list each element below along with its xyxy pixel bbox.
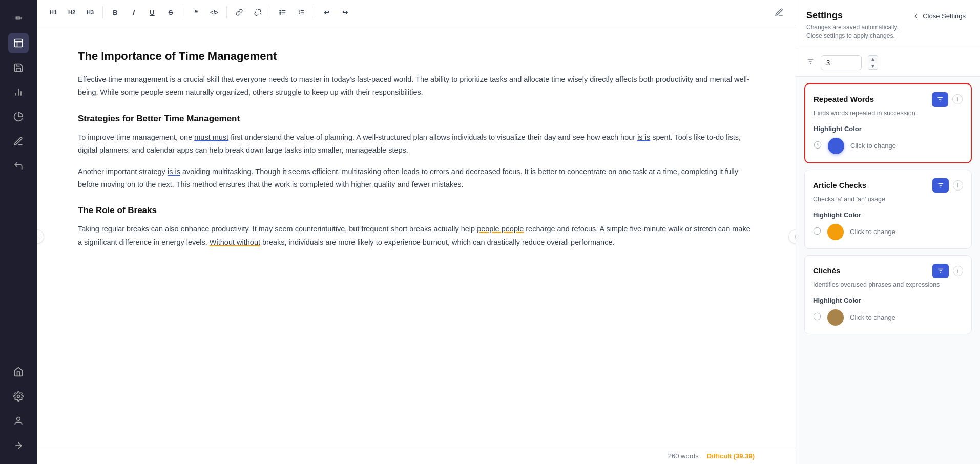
sidebar-icon-user[interactable] [8,411,29,431]
code-btn[interactable]: </> [206,4,222,20]
check-card-repeated-words: Repeated Words i Finds words repeated in… [804,83,972,163]
settings-description: Changes are saved automatically. Close s… [806,23,908,40]
toggle-btn-cl[interactable] [932,264,949,278]
check-card-header-ac: Article Checks i [813,178,963,193]
divider-1 [102,6,103,18]
paragraph-4: Taking regular breaks can also enhance p… [78,223,755,249]
check-cards-container: Repeated Words i Finds words repeated in… [796,77,980,341]
numbered-btn[interactable] [293,4,309,20]
settings-filter-row: ▲ ▼ [796,49,980,77]
paragraph-2: To improve time management, one must mus… [78,131,755,157]
sidebar-icon-document[interactable] [8,33,29,53]
sidebar-icon-highlight[interactable] [8,131,29,152]
h1-btn[interactable]: H1 [45,4,61,20]
highlight-color-section-rw: Click to change [814,138,963,154]
stepper-up[interactable]: ▲ [868,56,878,62]
toolbar: H1 H2 H3 B I U S ❝ </> ↩ ↪ [37,0,796,25]
divider-2 [183,6,183,18]
paragraph-3: Another important strategy is is avoidin… [78,165,755,192]
filter-stepper[interactable]: ▲ ▼ [868,55,878,70]
check-card-header-rw: Repeated Words i [814,92,963,107]
check-actions-ac: i [932,178,963,193]
close-settings-button[interactable]: Close Settings [908,10,970,22]
check-actions-rw: i [932,92,963,107]
sidebar-icon-arrow[interactable] [8,435,29,456]
underline-btn[interactable]: U [144,4,160,20]
check-title-cl: Clichés [813,266,840,275]
pencil-icon[interactable] [771,4,787,20]
stepper-down[interactable]: ▼ [868,62,878,69]
highlight-color-label-rw: Highlight Color [814,125,963,133]
italic-btn[interactable]: I [126,4,142,20]
svg-rect-0 [15,39,23,47]
highlight-color-section-cl: Click to change [813,309,963,326]
sidebar-icon-settings[interactable] [8,386,29,407]
sidebar-icon-undo[interactable] [8,156,29,176]
divider-4 [270,6,270,18]
heading-breaks: The Role of Breaks [78,205,755,216]
word-count: 260 words [668,452,699,460]
link-btn[interactable] [231,4,247,20]
bullet-btn[interactable] [275,4,291,20]
redo-btn[interactable]: ↪ [337,4,353,20]
toggle-btn-rw[interactable] [932,92,948,107]
svg-point-17 [280,12,281,13]
paragraph-1: Effective time management is a crucial s… [78,73,755,99]
color-picker-icon-rw[interactable] [814,141,822,151]
settings-title: Settings [806,10,908,21]
sidebar-icon-pie[interactable] [8,107,29,127]
check-desc-rw: Finds words repeated in succession [814,110,963,117]
color-circle-rw[interactable] [828,138,844,154]
filter-input[interactable] [821,55,862,70]
editor-content[interactable]: ‹ › The Importance of Time Management Ef… [37,25,796,448]
heading-strategies: Strategies for Better Time Management [78,114,755,124]
editor-area: H1 H2 H3 B I U S ❝ </> ↩ ↪ [37,0,796,464]
unlink-btn[interactable] [249,4,266,20]
svg-point-6 [17,395,20,398]
h2-btn[interactable]: H2 [64,4,80,20]
svg-point-18 [280,14,281,15]
repeated-people: people people [477,225,524,233]
chevron-left-icon [912,13,920,20]
highlight-color-section-ac: Click to change [813,224,963,240]
strikethrough-btn[interactable]: S [162,4,179,20]
sidebar-icon-edit[interactable]: ✏ [8,8,29,29]
color-click-text-ac[interactable]: Click to change [850,228,895,236]
check-card-cliches: Clichés i Identifies overused phrases an… [804,255,972,334]
color-circle-cl[interactable] [827,309,844,326]
settings-header: Settings Changes are saved automatically… [796,0,980,49]
color-picker-icon-cl[interactable] [813,312,821,323]
repeated-is-1: is is [637,133,650,141]
highlight-color-label-cl: Highlight Color [813,297,963,304]
repeated-without: Without without [210,238,260,246]
highlight-color-label-ac: Highlight Color [813,211,963,219]
toggle-btn-ac[interactable] [932,178,949,193]
info-btn-cl[interactable]: i [953,266,963,276]
repeated-is-2: is is [168,167,180,176]
difficulty-badge: Difficult (39.39) [707,452,755,460]
color-picker-icon-ac[interactable] [813,227,821,237]
divider-5 [314,6,314,18]
undo-btn[interactable]: ↩ [318,4,335,20]
sidebar-icon-save[interactable] [8,57,29,78]
check-title-rw: Repeated Words [814,95,874,103]
filter-icon [806,57,815,68]
check-desc-ac: Checks 'a' and 'an' usage [813,196,963,203]
check-card-article-checks: Article Checks i Checks 'a' and 'an' usa… [804,170,972,249]
info-btn-rw[interactable]: i [952,94,963,104]
repeated-must: must must [194,133,228,141]
color-click-text-rw[interactable]: Click to change [850,142,896,150]
quote-btn[interactable]: ❝ [187,4,204,20]
h3-btn[interactable]: H3 [82,4,98,20]
sidebar-icon-chart[interactable] [8,82,29,102]
divider-3 [226,6,227,18]
sidebar-icon-home[interactable] [8,362,29,382]
sidebar: ✏ [0,0,37,464]
settings-title-area: Settings Changes are saved automatically… [806,10,908,40]
check-desc-cl: Identifies overused phrases and expressi… [813,281,963,288]
check-actions-cl: i [932,264,963,278]
color-click-text-cl[interactable]: Click to change [850,313,895,321]
bold-btn[interactable]: B [107,4,123,20]
color-circle-ac[interactable] [827,224,844,240]
info-btn-ac[interactable]: i [953,180,963,191]
